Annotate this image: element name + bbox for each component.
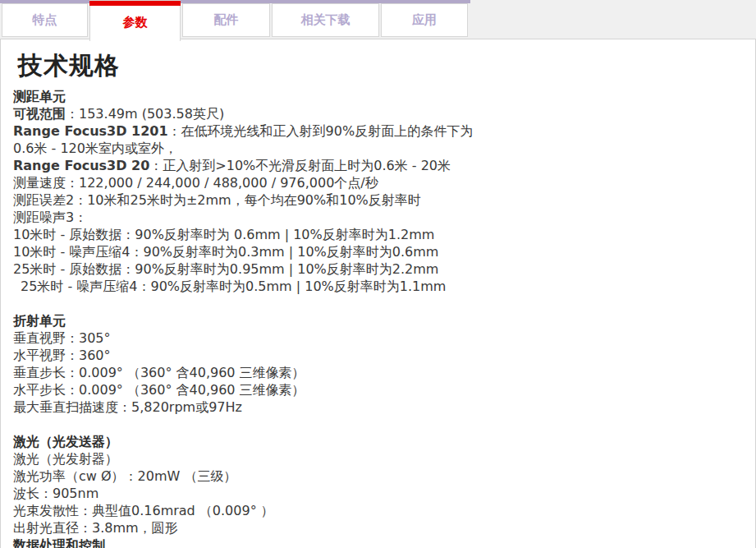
spec-label: 可视范围 bbox=[13, 106, 66, 122]
spec-gap bbox=[13, 416, 478, 433]
spec-text: 激光（光发射器） bbox=[13, 451, 118, 467]
tab-bar: 特点参数配件相关下载应用 bbox=[0, 0, 756, 39]
spec-text: 激光功率（cw Ø）：20mW （三级） bbox=[13, 468, 236, 484]
spec-text: 水平步长：0.009° （360° 含40,960 三维像素） bbox=[13, 382, 305, 398]
tab-downloads[interactable]: 相关下载 bbox=[272, 3, 379, 37]
spec-line: 10米时 - 原始数据：90%反射率时为 0.6mm | 10%反射率时为1.2… bbox=[13, 226, 478, 243]
spec-lines: 测距单元可视范围：153.49m (503.58英尺)Range Focus3D… bbox=[13, 88, 478, 548]
spec-line: 波长：905nm bbox=[13, 485, 478, 502]
spec-label: Range Focus3D 1201 bbox=[13, 123, 168, 139]
spec-line: 垂直视野：305° bbox=[13, 329, 478, 347]
spec-gap bbox=[13, 295, 478, 312]
spec-line: 25米时 - 噪声压缩4：90%反射率时为0.5mm | 10%反射率时为1.1… bbox=[13, 278, 478, 295]
spec-text: 光束发散性：典型值0.16mrad （0.009° ） bbox=[13, 503, 274, 518]
spec-line: 10米时 - 噪声压缩4：90%反射率时为0.3mm | 10%反射率时为0.6… bbox=[13, 243, 478, 260]
spec-text: 测距噪声3： bbox=[13, 210, 87, 225]
tab-list: 特点参数配件相关下载应用 bbox=[2, 0, 468, 41]
spec-text: 10米时 - 噪声压缩4：90%反射率时为0.3mm | 10%反射率时为0.6… bbox=[13, 244, 438, 260]
spec-line: 光束发散性：典型值0.16mrad （0.009° ） bbox=[13, 502, 478, 519]
spec-line: 激光（光发射器） bbox=[13, 450, 478, 467]
spec-text: 折射单元 bbox=[13, 313, 66, 329]
spec-line: Range Focus3D 1201：在低环境光线和正入射到90%反射面上的条件… bbox=[13, 122, 478, 157]
spec-text: 10米时 - 原始数据：90%反射率时为 0.6mm | 10%反射率时为1.2… bbox=[13, 227, 434, 242]
spec-line: Range Focus3D 20：正入射到>10%不光滑反射面上时为0.6米 -… bbox=[13, 157, 478, 174]
spec-text: 测距误差2：10米和25米时为±2mm，每个均在90%和10%反射率时 bbox=[13, 192, 421, 208]
tab-features[interactable]: 特点 bbox=[2, 3, 88, 37]
spec-text: 水平视野：360° bbox=[13, 348, 111, 363]
spec-text: ：153.49m (503.58英尺) bbox=[66, 106, 224, 122]
spec-label: Range Focus3D 20 bbox=[13, 158, 149, 173]
spec-line: 垂直步长：0.009° （360° 含40,960 三维像素） bbox=[13, 364, 478, 381]
spec-section-heading: 折射单元 bbox=[13, 312, 478, 329]
tab-applications[interactable]: 应用 bbox=[381, 3, 468, 37]
product-detail-page: 特点参数配件相关下载应用 技术规格 测距单元可视范围：153.49m (503.… bbox=[0, 0, 756, 548]
spec-section-heading: 数据处理和控制 bbox=[13, 536, 478, 548]
spec-text: 激光（光发送器） bbox=[13, 434, 118, 449]
page-title: 技术规格 bbox=[18, 49, 755, 83]
spec-line: 可视范围：153.49m (503.58英尺) bbox=[13, 105, 478, 122]
spec-text: 测距单元 bbox=[13, 89, 66, 104]
spec-text: 垂直步长：0.009° （360° 含40,960 三维像素） bbox=[13, 365, 305, 380]
spec-text: 波长：905nm bbox=[13, 486, 99, 501]
spec-text: 垂直视野：305° bbox=[13, 330, 111, 346]
spec-line: 水平视野：360° bbox=[13, 347, 478, 364]
spec-text: 出射光直径：3.8mm，圆形 bbox=[13, 520, 178, 536]
spec-line: 激光功率（cw Ø）：20mW （三级） bbox=[13, 467, 478, 485]
spec-text: 25米时 - 噪声压缩4：90%反射率时为0.5mm | 10%反射率时为1.1… bbox=[21, 279, 446, 294]
spec-section-heading: 激光（光发送器） bbox=[13, 433, 478, 450]
spec-line: 25米时 - 原始数据：90%反射率时为0.95mm | 10%反射率时为2.2… bbox=[13, 260, 478, 278]
spec-text: 25米时 - 原始数据：90%反射率时为0.95mm | 10%反射率时为2.2… bbox=[13, 261, 438, 277]
spec-line: 最大垂直扫描速度：5,820rpm或97Hz bbox=[13, 398, 478, 416]
spec-line: 测距噪声3： bbox=[13, 209, 478, 226]
tab-accessories[interactable]: 配件 bbox=[182, 3, 270, 37]
spec-line: 水平步长：0.009° （360° 含40,960 三维像素） bbox=[13, 381, 478, 398]
spec-text: ：正入射到>10%不光滑反射面上时为0.6米 - 20米 bbox=[149, 158, 451, 173]
content-panel: 技术规格 测距单元可视范围：153.49m (503.58英尺)Range Fo… bbox=[0, 39, 756, 548]
spec-text: 测量速度：122,000 / 244,000 / 488,000 / 976,0… bbox=[13, 175, 378, 191]
spec-line: 测量速度：122,000 / 244,000 / 488,000 / 976,0… bbox=[13, 174, 478, 191]
spec-line: 出射光直径：3.8mm，圆形 bbox=[13, 519, 478, 536]
spec-text: 最大垂直扫描速度：5,820rpm或97Hz bbox=[13, 399, 242, 415]
spec-text: 数据处理和控制 bbox=[13, 537, 105, 548]
spec-section-heading: 测距单元 bbox=[13, 88, 478, 105]
tab-specs[interactable]: 参数 bbox=[89, 0, 181, 41]
spec-line: 测距误差2：10米和25米时为±2mm，每个均在90%和10%反射率时 bbox=[13, 191, 478, 209]
